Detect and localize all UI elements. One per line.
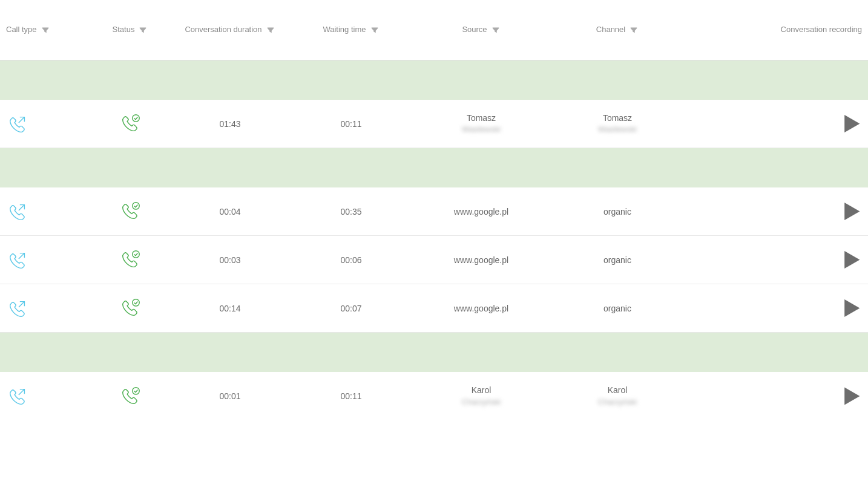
status-cell — [91, 111, 169, 136]
source-cell: Tomasz Wasilewski — [412, 112, 551, 135]
status-cell — [91, 247, 169, 272]
waiting-value: 00:06 — [340, 255, 361, 265]
duration-cell: 00:03 — [169, 255, 291, 265]
play-button[interactable] — [840, 201, 862, 223]
table-row: 00:03 00:06 www.google.pl organic — [0, 236, 868, 284]
channel-name: organic — [603, 207, 631, 217]
header-source-label: Source — [462, 25, 487, 35]
waiting-value: 00:11 — [340, 119, 361, 129]
svg-point-5 — [133, 251, 139, 258]
play-button[interactable] — [840, 249, 862, 271]
waiting-value: 00:07 — [340, 304, 361, 313]
channel-name: Karol — [608, 385, 628, 397]
group-header-2 — [0, 148, 868, 187]
svg-point-3 — [133, 203, 139, 209]
svg-point-9 — [133, 387, 139, 394]
waiting-value: 00:11 — [340, 391, 361, 401]
duration-value: 00:04 — [219, 207, 240, 217]
waiting-cell: 00:11 — [291, 391, 412, 401]
channel-cell: organic — [551, 207, 684, 217]
source-cell: www.google.pl — [412, 207, 551, 217]
header-channel-label: Channel — [596, 25, 625, 35]
recording-cell[interactable] — [684, 249, 862, 271]
group-header-3 — [0, 333, 868, 372]
duration-value: 00:01 — [219, 391, 240, 401]
svg-point-1 — [133, 115, 139, 122]
answered-status-icon — [119, 384, 142, 409]
channel-name: organic — [603, 304, 631, 313]
table-row: 00:04 00:35 www.google.pl organic — [0, 187, 868, 236]
waiting-filter-icon[interactable] — [370, 25, 380, 34]
channel-detail: Charzyński — [598, 397, 637, 408]
play-button[interactable] — [840, 385, 862, 407]
header-status-label: Status — [113, 25, 135, 35]
inbound-call-icon — [6, 112, 29, 135]
svg-line-8 — [19, 389, 25, 396]
source-name: Karol — [472, 385, 492, 397]
answered-status-icon — [119, 247, 142, 272]
header-conversation-recording: Conversation recording — [684, 25, 862, 35]
channel-cell: organic — [551, 255, 684, 265]
channel-name: Tomasz — [603, 112, 632, 125]
channel-cell: Tomasz Wasilewski — [551, 112, 684, 135]
header-conversation-duration[interactable]: Conversation duration — [169, 25, 291, 35]
table-row: 00:01 00:11 Karol Charzyński Karol Charz… — [0, 372, 868, 420]
channel-detail: Wasilewski — [598, 124, 637, 135]
status-cell — [91, 199, 169, 224]
inbound-call-icon — [6, 249, 29, 272]
source-filter-icon[interactable] — [491, 25, 501, 34]
source-cell: www.google.pl — [412, 255, 551, 265]
header-call-type[interactable]: Call type — [6, 25, 91, 35]
recording-cell[interactable] — [684, 113, 862, 135]
status-cell — [91, 384, 169, 409]
svg-line-0 — [19, 117, 25, 123]
duration-cell: 00:04 — [169, 207, 291, 217]
call-type-cell — [6, 385, 91, 408]
duration-value: 00:03 — [219, 255, 240, 265]
svg-point-7 — [133, 299, 139, 306]
status-cell — [91, 296, 169, 321]
header-status[interactable]: Status — [91, 25, 169, 35]
call-type-cell — [6, 297, 91, 320]
waiting-cell: 00:06 — [291, 255, 412, 265]
call-type-cell — [6, 249, 91, 272]
header-recording-label: Conversation recording — [781, 25, 862, 35]
svg-line-2 — [19, 204, 25, 210]
channel-filter-icon[interactable] — [629, 25, 639, 34]
status-filter-icon[interactable] — [138, 25, 148, 34]
duration-cell: 00:14 — [169, 304, 291, 313]
waiting-cell: 00:35 — [291, 207, 412, 217]
source-name: www.google.pl — [454, 255, 508, 265]
source-cell: Karol Charzyński — [412, 385, 551, 408]
duration-cell: 01:43 — [169, 119, 291, 129]
source-name: www.google.pl — [454, 304, 508, 313]
table-row: 01:43 00:11 Tomasz Wasilewski Tomasz Was… — [0, 100, 868, 148]
table-header: Call type Status Conversation duration W… — [0, 0, 868, 60]
source-name: Tomasz — [467, 112, 496, 125]
header-waiting-time[interactable]: Waiting time — [291, 25, 412, 35]
source-cell: www.google.pl — [412, 304, 551, 313]
recording-cell[interactable] — [684, 298, 862, 319]
source-detail: Wasilewski — [462, 124, 501, 135]
header-call-type-label: Call type — [6, 25, 37, 35]
answered-status-icon — [119, 111, 142, 136]
calls-table: Call type Status Conversation duration W… — [0, 0, 868, 482]
channel-cell: organic — [551, 304, 684, 313]
table-row: 00:14 00:07 www.google.pl organic — [0, 284, 868, 333]
recording-cell[interactable] — [684, 201, 862, 223]
header-channel[interactable]: Channel — [551, 25, 684, 35]
header-duration-label: Conversation duration — [185, 25, 261, 35]
answered-status-icon — [119, 199, 142, 224]
waiting-cell: 00:11 — [291, 119, 412, 129]
duration-filter-icon[interactable] — [266, 25, 275, 34]
duration-value: 00:14 — [219, 304, 240, 313]
header-source[interactable]: Source — [412, 25, 551, 35]
source-detail: Charzyński — [462, 397, 501, 408]
header-waiting-label: Waiting time — [323, 25, 366, 35]
inbound-call-icon — [6, 385, 29, 408]
play-button[interactable] — [840, 113, 862, 135]
play-button[interactable] — [840, 298, 862, 319]
call-type-filter-icon[interactable] — [41, 25, 50, 34]
inbound-call-icon — [6, 297, 29, 320]
recording-cell[interactable] — [684, 385, 862, 407]
